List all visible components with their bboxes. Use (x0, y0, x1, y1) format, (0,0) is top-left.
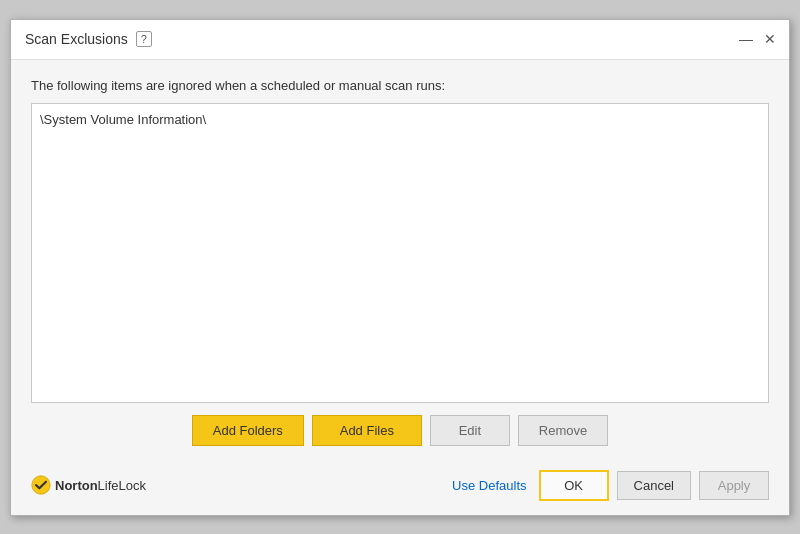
use-defaults-link[interactable]: Use Defaults (452, 478, 526, 493)
window-title: Scan Exclusions (25, 31, 128, 47)
description-text: The following items are ignored when a s… (31, 78, 769, 93)
add-buttons-row: Add Folders Add Files Edit Remove (31, 415, 769, 446)
add-folders-button[interactable]: Add Folders (192, 415, 304, 446)
norton-checkmark-icon (31, 475, 51, 495)
svg-point-0 (32, 476, 50, 494)
norton-logo: NortonLifeLock (31, 475, 146, 495)
exclusions-list[interactable]: \System Volume Information\ (31, 103, 769, 403)
title-bar-controls: — ✕ (737, 30, 779, 48)
apply-button[interactable]: Apply (699, 471, 769, 500)
close-button[interactable]: ✕ (761, 30, 779, 48)
title-bar-left: Scan Exclusions ? (25, 31, 152, 47)
window-body: The following items are ignored when a s… (11, 60, 789, 460)
edit-button[interactable]: Edit (430, 415, 510, 446)
lifelock-text: LifeLock (98, 478, 146, 493)
footer: NortonLifeLock Use Defaults OK Cancel Ap… (11, 460, 789, 515)
ok-button[interactable]: OK (539, 470, 609, 501)
remove-button[interactable]: Remove (518, 415, 608, 446)
help-icon[interactable]: ? (136, 31, 152, 47)
add-files-button[interactable]: Add Files (312, 415, 422, 446)
footer-right: Use Defaults OK Cancel Apply (452, 470, 769, 501)
footer-left: NortonLifeLock (31, 475, 146, 495)
norton-brand-text: NortonLifeLock (55, 478, 146, 493)
cancel-button[interactable]: Cancel (617, 471, 691, 500)
minimize-button[interactable]: — (737, 30, 755, 48)
exclusion-item: \System Volume Information\ (40, 110, 760, 129)
title-bar: Scan Exclusions ? — ✕ (11, 20, 789, 60)
scan-exclusions-window: Scan Exclusions ? — ✕ The following item… (10, 19, 790, 516)
